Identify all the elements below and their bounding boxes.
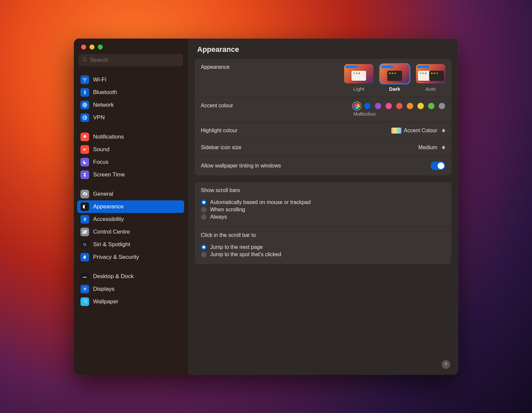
sidebar-item-accessibility[interactable]: Accessibility	[77, 213, 184, 226]
system-settings-window: Wi-FiBluetoothNetworkVPNNotificationsSou…	[74, 39, 458, 375]
minimize-window-button[interactable]	[89, 45, 94, 50]
help-button[interactable]: ?	[442, 360, 450, 369]
speaker-icon	[80, 145, 89, 154]
appearance-option-label: Dark	[389, 86, 400, 92]
accent-swatch-multicolour[interactable]	[353, 103, 360, 109]
sidebar-item-wallpaper[interactable]: Wallpaper	[77, 295, 184, 308]
svg-line-24	[86, 287, 86, 288]
scrollbars-option-1[interactable]: When scrolling	[201, 207, 445, 213]
svg-point-16	[84, 288, 86, 290]
sidebar-item-label: Notifications	[93, 134, 124, 140]
accent-swatch-yellow[interactable]	[417, 103, 424, 109]
click-option-0[interactable]: Jump to the next page	[201, 244, 445, 250]
appearance-options: LightDarkAuto	[344, 64, 445, 92]
svg-point-9	[83, 231, 84, 232]
highlight-colour-label: Highlight colour	[201, 128, 237, 134]
sidebar-item-label: Siri & Spotlight	[93, 241, 130, 248]
svg-point-11	[82, 242, 87, 247]
appearance-option-auto[interactable]: Auto	[416, 64, 445, 92]
highlight-colour-select[interactable]: Accent Colour	[391, 128, 446, 134]
sidebar-item-vpn[interactable]: VPN	[77, 111, 184, 124]
radio-icon	[201, 199, 207, 205]
sidebar-item-label: Focus	[93, 159, 108, 165]
svg-line-1	[85, 60, 87, 61]
sidebar-item-displays[interactable]: Displays	[77, 283, 184, 295]
sidebar-item-sound[interactable]: Sound	[77, 143, 184, 156]
accent-swatch-pink[interactable]	[385, 103, 392, 109]
wallpaper-tinting-toggle[interactable]	[431, 161, 445, 170]
siri-icon	[80, 240, 89, 249]
sidebar-item-label: Screen Time	[93, 171, 125, 178]
highlight-gradient-icon	[391, 128, 401, 134]
scrollbars-option-0[interactable]: Automatically based on mouse or trackpad	[201, 199, 445, 205]
sidebar-item-privacy-security[interactable]: Privacy & Security	[77, 251, 184, 263]
wifi-icon	[80, 75, 89, 84]
sidebar-item-notifications[interactable]: Notifications	[77, 131, 184, 143]
radio-label: Automatically based on mouse or trackpad	[210, 199, 311, 205]
sidebar-item-bluetooth[interactable]: Bluetooth	[77, 86, 184, 99]
sidebar-item-siri-spotlight[interactable]: Siri & Spotlight	[77, 238, 184, 251]
sidebar-item-desktop-dock[interactable]: Desktop & Dock	[77, 270, 184, 283]
accent-swatch-orange[interactable]	[407, 103, 413, 109]
radio-label: Jump to the spot that's clicked	[210, 252, 281, 258]
gear-icon	[80, 190, 89, 198]
sidebar-item-label: Bluetooth	[93, 89, 117, 96]
sidebar-item-label: Wallpaper	[93, 298, 118, 305]
page-title: Appearance	[188, 39, 458, 58]
svg-line-21	[83, 287, 83, 288]
bell-icon	[80, 133, 89, 141]
accent-swatch-blue[interactable]	[364, 103, 371, 109]
sidebar-item-wi-fi[interactable]: Wi-Fi	[77, 73, 184, 86]
network-icon	[80, 101, 89, 109]
sidebar-item-label: Privacy & Security	[93, 254, 139, 260]
wallpaper-tinting-label: Allow wallpaper tinting in windows	[201, 163, 281, 169]
hourglass-icon	[80, 170, 89, 179]
sidebar-item-appearance[interactable]: Appearance	[77, 200, 184, 213]
accent-colour-swatches	[353, 103, 445, 109]
sidebar-item-general[interactable]: General	[77, 188, 184, 200]
svg-line-22	[86, 290, 86, 290]
sidebar-item-focus[interactable]: Focus	[77, 156, 184, 168]
sidebar-icon-size-select[interactable]: Medium	[418, 145, 445, 151]
close-window-button[interactable]	[81, 45, 86, 50]
scrollbars-option-2[interactable]: Always	[201, 214, 445, 220]
click-option-1[interactable]: Jump to the spot that's clicked	[201, 252, 445, 258]
radio-icon	[201, 252, 207, 258]
accent-swatch-green[interactable]	[428, 103, 435, 109]
dock-icon	[80, 272, 89, 281]
bluetooth-icon	[80, 88, 89, 97]
sidebar-item-label: Appearance	[93, 203, 124, 210]
svg-point-2	[84, 81, 85, 81]
sidebar-item-label: Network	[93, 102, 114, 108]
accent-swatch-red[interactable]	[396, 103, 403, 109]
accessibility-icon	[80, 215, 89, 224]
sidebar-item-label: Control Centre	[93, 229, 130, 235]
search-input[interactable]	[90, 57, 179, 63]
sidebar-nav: Wi-FiBluetoothNetworkVPNNotificationsSou…	[74, 69, 188, 375]
sidebar-item-label: Desktop & Dock	[93, 273, 134, 280]
sidebar-icon-size-value: Medium	[418, 145, 437, 151]
moon-icon	[80, 158, 89, 166]
svg-marker-29	[442, 148, 445, 150]
appearance-option-label: Auto	[426, 86, 436, 92]
appearance-option-dark[interactable]: Dark	[380, 64, 409, 92]
content-pane: Appearance Appearance LightDarkAuto Acce…	[188, 39, 458, 375]
search-field[interactable]	[78, 54, 183, 66]
radio-label: When scrolling	[210, 207, 245, 213]
radio-icon	[201, 207, 207, 213]
accent-swatch-purple[interactable]	[375, 103, 381, 109]
radio-icon	[201, 214, 207, 220]
stepper-icon	[442, 129, 445, 133]
svg-rect-15	[83, 277, 87, 277]
zoom-window-button[interactable]	[98, 45, 103, 50]
hand-icon	[80, 253, 89, 261]
highlight-colour-value: Accent Colour	[404, 128, 438, 134]
sidebar-item-control-centre[interactable]: Control Centre	[77, 226, 184, 238]
sidebar-item-network[interactable]: Network	[77, 99, 184, 111]
stepper-icon	[442, 146, 445, 150]
appearance-option-light[interactable]: Light	[344, 64, 373, 92]
accent-swatch-graphite[interactable]	[439, 103, 445, 109]
sidebar: Wi-FiBluetoothNetworkVPNNotificationsSou…	[74, 39, 188, 375]
accent-colour-label: Accent colour	[201, 103, 233, 109]
sidebar-item-screen-time[interactable]: Screen Time	[77, 168, 184, 181]
